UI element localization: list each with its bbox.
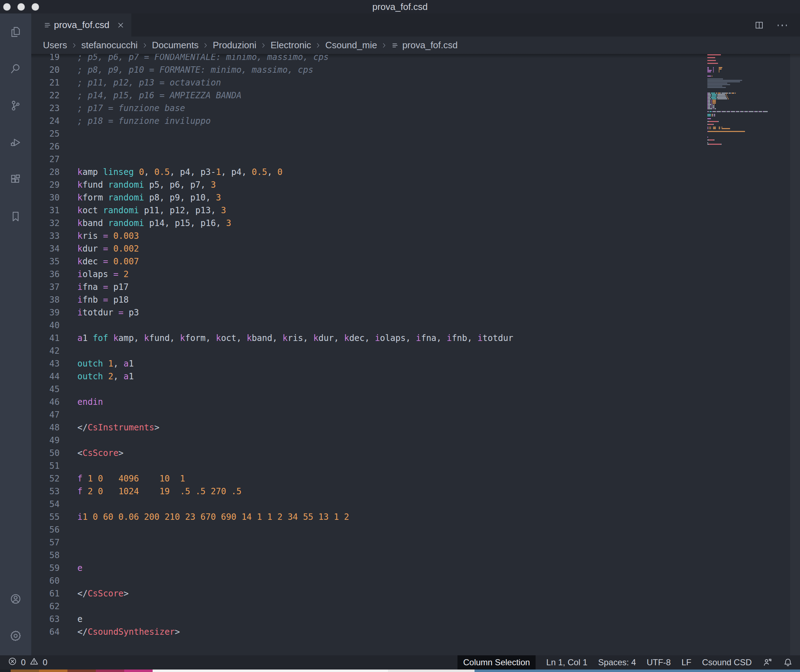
- code-line[interactable]: 56: [31, 523, 800, 536]
- close-icon[interactable]: [116, 21, 125, 29]
- code-line[interactable]: 48</CsInstruments>: [31, 421, 800, 434]
- code-text[interactable]: outch 1, a1: [77, 357, 134, 370]
- code-text[interactable]: outch 2, a1: [77, 370, 134, 383]
- code-text[interactable]: f 1 0 4096 10 1: [77, 472, 185, 485]
- code-line[interactable]: 58: [31, 549, 800, 562]
- warning-icon[interactable]: [29, 657, 39, 668]
- code-line[interactable]: 40: [31, 319, 800, 332]
- code-line[interactable]: 63e: [31, 613, 800, 626]
- status-item[interactable]: Csound CSD: [702, 658, 752, 667]
- activity-bar-item-bookmark[interactable]: [0, 210, 31, 222]
- live-share-icon[interactable]: [762, 658, 772, 667]
- breadcrumb-items[interactable]: UsersstefanocucchiDocumentsProduzioniEle…: [43, 37, 457, 54]
- code-line[interactable]: 47: [31, 408, 800, 421]
- code-line[interactable]: 49: [31, 434, 800, 447]
- code-line[interactable]: 25: [31, 127, 800, 140]
- code-line[interactable]: 46endin: [31, 395, 800, 408]
- code-line[interactable]: 57: [31, 536, 800, 549]
- code-line[interactable]: 23; p17 = funzione base: [31, 102, 800, 115]
- code-line[interactable]: 53f 2 0 1024 19 .5 .5 270 .5: [31, 485, 800, 498]
- code-line[interactable]: 37ifna = p17: [31, 281, 800, 293]
- status-item[interactable]: UTF-8: [647, 658, 671, 667]
- activity-bar-item-gear[interactable]: [0, 630, 31, 642]
- bell-icon[interactable]: [783, 658, 793, 667]
- code-line[interactable]: 24; p18 = funzione inviluppo: [31, 115, 800, 127]
- code-text[interactable]: a1 fof kamp, kfund, kform, koct, kband, …: [77, 332, 513, 344]
- code-line[interactable]: 34kdur = 0.002: [31, 242, 800, 255]
- code-line[interactable]: 19; p5, p6, p7 = FONDAMENTALE: minimo, m…: [31, 54, 800, 64]
- code-text[interactable]: </CsScore>: [77, 587, 129, 600]
- code-line[interactable]: 30kform randomi p8, p9, p10, 3: [31, 191, 800, 204]
- more-actions-icon[interactable]: [778, 21, 787, 30]
- code-text[interactable]: kdec = 0.007: [77, 255, 139, 268]
- breadcrumb-item[interactable]: Electronic: [271, 40, 311, 51]
- code-line[interactable]: 38ifnb = p18: [31, 293, 800, 306]
- code-text[interactable]: e: [77, 613, 82, 626]
- code-line[interactable]: 39itotdur = p3: [31, 306, 800, 319]
- code-line[interactable]: 26: [31, 140, 800, 153]
- code-text[interactable]: ; p14, p15, p16 = AMPIEZZA BANDA: [77, 89, 241, 102]
- error-icon[interactable]: [8, 657, 17, 668]
- breadcrumb[interactable]: UsersstefanocucchiDocumentsProduzioniEle…: [31, 37, 800, 54]
- code-text[interactable]: f 2 0 1024 19 .5 .5 270 .5: [77, 485, 241, 498]
- code-text[interactable]: <CsScore>: [77, 447, 123, 459]
- code-text[interactable]: itotdur = p3: [77, 306, 139, 319]
- code-text[interactable]: ; p17 = funzione base: [77, 102, 185, 115]
- activity-bar[interactable]: [0, 13, 31, 655]
- code-line[interactable]: 61</CsScore>: [31, 587, 800, 600]
- code-line[interactable]: 42: [31, 344, 800, 357]
- code-line[interactable]: 44outch 2, a1: [31, 370, 800, 383]
- activity-bar-item-account[interactable]: [0, 593, 31, 605]
- breadcrumb-item[interactable]: Users: [43, 40, 67, 51]
- code-line[interactable]: 31koct randomi p11, p12, p13, 3: [31, 204, 800, 217]
- code-line[interactable]: 55i1 0 60 0.06 200 210 23 670 690 14 1 1…: [31, 510, 800, 523]
- code-text[interactable]: i1 0 60 0.06 200 210 23 670 690 14 1 1 2…: [77, 510, 349, 523]
- status-item[interactable]: Column Selection: [457, 655, 535, 669]
- code-line[interactable]: 35kdec = 0.007: [31, 255, 800, 268]
- code-line[interactable]: 27: [31, 153, 800, 166]
- editor-tab[interactable]: prova_fof.csd: [31, 13, 131, 37]
- minimap[interactable]: [707, 54, 778, 196]
- status-item[interactable]: Spaces: 4: [598, 658, 636, 667]
- breadcrumb-item[interactable]: Produzioni: [213, 40, 256, 51]
- code-line[interactable]: 50<CsScore>: [31, 447, 800, 459]
- code-text[interactable]: koct randomi p11, p12, p13, 3: [77, 204, 226, 217]
- code-text[interactable]: endin: [77, 395, 103, 408]
- code-text[interactable]: kdur = 0.002: [77, 242, 139, 255]
- status-item[interactable]: LF: [681, 658, 691, 667]
- breadcrumb-item[interactable]: Csound_mie: [325, 40, 377, 51]
- code-line[interactable]: 45: [31, 383, 800, 395]
- code-line[interactable]: 36iolaps = 2: [31, 268, 800, 281]
- code-text[interactable]: kfund randomi p5, p6, p7, 3: [77, 178, 216, 191]
- activity-bar-item-run-debug[interactable]: [0, 137, 31, 149]
- code-line[interactable]: 33kris = 0.003: [31, 230, 800, 242]
- code-line[interactable]: 28kamp linseg 0, 0.5, p4, p3-1, p4, 0.5,…: [31, 166, 800, 178]
- code-text[interactable]: iolaps = 2: [77, 268, 129, 281]
- breadcrumb-item[interactable]: Documents: [152, 40, 199, 51]
- code-text[interactable]: </CsInstruments>: [77, 421, 159, 434]
- split-editor-icon[interactable]: [755, 21, 764, 30]
- problems-status[interactable]: 00: [8, 655, 48, 669]
- code-line[interactable]: 43outch 1, a1: [31, 357, 800, 370]
- code-line[interactable]: 22; p14, p15, p16 = AMPIEZZA BANDA: [31, 89, 800, 102]
- code-line[interactable]: 21; p11, p12, p13 = octavation: [31, 76, 800, 89]
- activity-bar-item-search[interactable]: [0, 63, 31, 75]
- status-item[interactable]: Ln 1, Col 1: [546, 658, 587, 667]
- code-line[interactable]: 64</CsoundSynthesizer>: [31, 626, 800, 638]
- code-text[interactable]: kris = 0.003: [77, 230, 139, 242]
- code-text[interactable]: ifna = p17: [77, 281, 129, 293]
- breadcrumb-item[interactable]: prova_fof.csd: [402, 40, 457, 51]
- code-text[interactable]: </CsoundSynthesizer>: [77, 626, 180, 638]
- code-text[interactable]: ifnb = p18: [77, 293, 129, 306]
- code-line[interactable]: 60: [31, 574, 800, 587]
- code-text[interactable]: kform randomi p8, p9, p10, 3: [77, 191, 221, 204]
- code-line[interactable]: 20; p8, p9, p10 = FORMANTE: minimo, mass…: [31, 64, 800, 76]
- code-text[interactable]: kband randomi p14, p15, p16, 3: [77, 217, 231, 230]
- editor[interactable]: 19; p5, p6, p7 = FONDAMENTALE: minimo, m…: [31, 54, 800, 655]
- code-text[interactable]: ; p5, p6, p7 = FONDAMENTALE: minimo, mas…: [77, 54, 329, 64]
- code-line[interactable]: 41a1 fof kamp, kfund, kform, koct, kband…: [31, 332, 800, 344]
- code-text[interactable]: ; p8, p9, p10 = FORMANTE: minimo, massim…: [77, 64, 313, 76]
- code-line[interactable]: 59e: [31, 562, 800, 574]
- code-line[interactable]: 62: [31, 600, 800, 613]
- code-text[interactable]: kamp linseg 0, 0.5, p4, p3-1, p4, 0.5, 0: [77, 166, 282, 178]
